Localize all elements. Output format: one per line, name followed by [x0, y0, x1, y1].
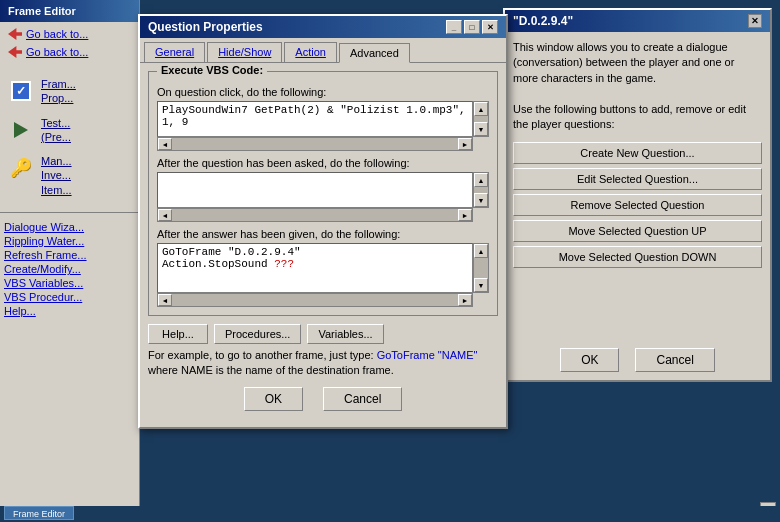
- field-label-1: On question click, do the following:: [157, 86, 489, 98]
- link-vbs-procedures[interactable]: VBS Procedur...: [4, 291, 135, 303]
- scrollbar-h-3[interactable]: ◄ ►: [157, 293, 473, 307]
- ok-cancel-row: OK Cancel: [148, 379, 498, 419]
- scroll-track-h-1: [172, 138, 458, 150]
- field-1-textarea[interactable]: PlaySoundWin7 GetPath(2) & "Polizist 1.0…: [157, 101, 473, 137]
- dialogue-body: This window allows you to create a dialo…: [505, 32, 770, 380]
- arrow-icon-2: [8, 46, 22, 58]
- close-button[interactable]: ✕: [482, 20, 498, 34]
- field-label-2: After the question has been asked, do th…: [157, 157, 489, 169]
- scrollbar-h-1[interactable]: ◄ ►: [157, 137, 473, 151]
- go-back-link-1[interactable]: Go back to...: [4, 26, 135, 42]
- arrow-icon-1: [8, 28, 22, 40]
- dialogue-panel: "D.0.2.9.4" ✕ This window allows you to …: [495, 0, 780, 522]
- remove-selected-question-button[interactable]: Remove Selected Question: [513, 194, 762, 216]
- field-2-textarea[interactable]: [157, 172, 473, 208]
- field-3-display[interactable]: GoToFrame "D.0.2.9.4" Action.StopSound ?…: [157, 243, 473, 293]
- frame-editor-title: Frame Editor: [0, 0, 139, 22]
- dialogue-ok-button[interactable]: OK: [560, 348, 619, 372]
- help-button[interactable]: Help...: [148, 324, 208, 344]
- link-vbs-variables[interactable]: VBS Variables...: [4, 277, 135, 289]
- dialogue-buttons: Create New Question... Edit Selected Que…: [513, 142, 762, 268]
- frame-editor-items: ✓ Fram...Prop... Test...(Pre... 🔑 Man...…: [0, 70, 139, 208]
- dialogue-title-bar: "D.0.2.9.4" ✕: [505, 10, 770, 32]
- error-text: ???: [274, 258, 294, 270]
- link-dialogue-wizard[interactable]: Dialogue Wiza...: [4, 221, 135, 233]
- frame-editor-nav: Go back to... Go back to...: [0, 22, 139, 66]
- move-question-down-button[interactable]: Move Selected Question DOWN: [513, 246, 762, 268]
- scroll-up-3[interactable]: ▲: [474, 244, 488, 258]
- scroll-right-3[interactable]: ►: [458, 294, 472, 306]
- minimize-button[interactable]: _: [446, 20, 462, 34]
- scrollbar-v-2[interactable]: ▲ ▼: [473, 172, 489, 208]
- scroll-right-2[interactable]: ►: [458, 209, 472, 221]
- fe-item-test[interactable]: Test...(Pre...: [4, 113, 135, 148]
- scroll-left-2[interactable]: ◄: [158, 209, 172, 221]
- dialogue-description: This window allows you to create a dialo…: [513, 40, 762, 132]
- cancel-button[interactable]: Cancel: [323, 387, 402, 411]
- execute-vbs-group: Execute VBS Code: On question click, do …: [148, 71, 498, 316]
- link-refresh-frame[interactable]: Refresh Frame...: [4, 249, 135, 261]
- create-new-question-button[interactable]: Create New Question...: [513, 142, 762, 164]
- scroll-up-1[interactable]: ▲: [474, 102, 488, 116]
- scroll-track-3: [474, 258, 488, 278]
- field-label-3: After the answer has been given, do the …: [157, 228, 489, 240]
- field-3-wrapper: GoToFrame "D.0.2.9.4" Action.StopSound ?…: [157, 243, 489, 293]
- fe-item-manage[interactable]: 🔑 Man...Inve...Item...: [4, 151, 135, 200]
- key-icon: 🔑: [7, 154, 35, 182]
- scroll-right-1[interactable]: ►: [458, 138, 472, 150]
- frame-icon: ✓: [7, 77, 35, 105]
- tab-general[interactable]: General: [144, 42, 205, 62]
- link-rippling-water[interactable]: Rippling Water...: [4, 235, 135, 247]
- divider-1: [0, 212, 139, 213]
- example-text: For example, to go to another frame, jus…: [148, 348, 498, 379]
- frame-editor-panel: Frame Editor Go back to... Go back to...…: [0, 0, 140, 522]
- question-properties-dialog: Question Properties _ □ ✕ General Hide/S…: [138, 14, 508, 429]
- group-box-title: Execute VBS Code:: [157, 64, 267, 76]
- dialogue-close-button[interactable]: ✕: [748, 14, 762, 28]
- dialog-title-controls: _ □ ✕: [446, 20, 498, 34]
- fe-links: Dialogue Wiza... Rippling Water... Refre…: [0, 217, 139, 323]
- fe-item-frame[interactable]: ✓ Fram...Prop...: [4, 74, 135, 109]
- edit-selected-question-button[interactable]: Edit Selected Question...: [513, 168, 762, 190]
- link-help[interactable]: Help...: [4, 305, 135, 317]
- taskbar-item[interactable]: Frame Editor: [4, 506, 74, 520]
- scrollbar-v-3[interactable]: ▲ ▼: [473, 243, 489, 293]
- bottom-buttons: Help... Procedures... Variables...: [148, 324, 498, 344]
- tab-action[interactable]: Action: [284, 42, 337, 62]
- maximize-button[interactable]: □: [464, 20, 480, 34]
- scroll-left-1[interactable]: ◄: [158, 138, 172, 150]
- link-create-modify[interactable]: Create/Modify...: [4, 263, 135, 275]
- tab-advanced[interactable]: Advanced: [339, 43, 410, 63]
- dialogue-cancel-button[interactable]: Cancel: [635, 348, 714, 372]
- scrollbar-h-2[interactable]: ◄ ►: [157, 208, 473, 222]
- scroll-up-2[interactable]: ▲: [474, 173, 488, 187]
- play-icon: [7, 116, 35, 144]
- variables-button[interactable]: Variables...: [307, 324, 383, 344]
- ok-button[interactable]: OK: [244, 387, 303, 411]
- move-question-up-button[interactable]: Move Selected Question UP: [513, 220, 762, 242]
- scroll-left-3[interactable]: ◄: [158, 294, 172, 306]
- procedures-button[interactable]: Procedures...: [214, 324, 301, 344]
- taskbar: Frame Editor: [0, 506, 780, 522]
- scrollbar-v-1[interactable]: ▲ ▼: [473, 101, 489, 137]
- hscroll-2-wrapper: ◄ ►: [157, 208, 489, 222]
- scroll-track-h-2: [172, 209, 458, 221]
- go-back-link-2[interactable]: Go back to...: [4, 44, 135, 60]
- field-2-wrapper: ▲ ▼: [157, 172, 489, 208]
- hscroll-3-wrapper: ◄ ►: [157, 293, 489, 307]
- question-dialog-title-bar: Question Properties _ □ ✕: [140, 16, 506, 38]
- field-1-wrapper: PlaySoundWin7 GetPath(2) & "Polizist 1.0…: [157, 101, 489, 137]
- scroll-track-h-3: [172, 294, 458, 306]
- tab-hideshow[interactable]: Hide/Show: [207, 42, 282, 62]
- scroll-down-2[interactable]: ▼: [474, 193, 488, 207]
- dialog-body: Execute VBS Code: On question click, do …: [140, 62, 506, 427]
- scroll-down-1[interactable]: ▼: [474, 122, 488, 136]
- tab-bar: General Hide/Show Action Advanced: [140, 38, 506, 62]
- hscroll-1-wrapper: ◄ ►: [157, 137, 489, 151]
- scroll-down-3[interactable]: ▼: [474, 278, 488, 292]
